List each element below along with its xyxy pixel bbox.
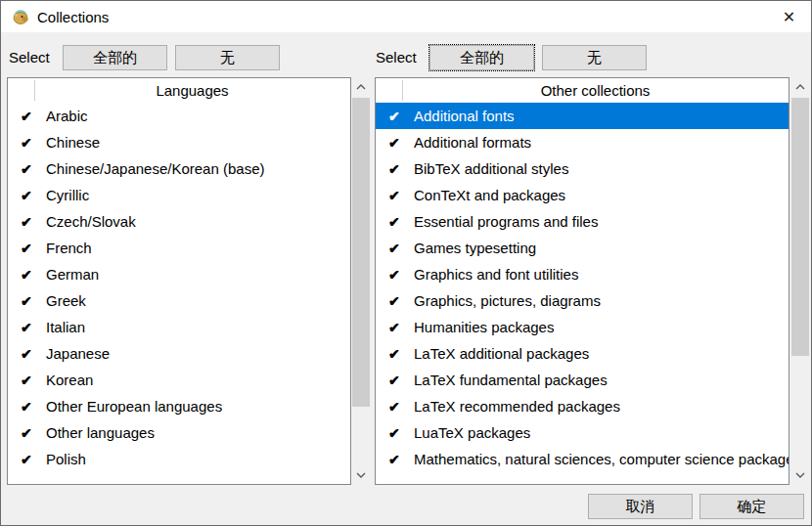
list-item-label: Chinese/Japanese/Korean (base) bbox=[46, 160, 264, 177]
list-item-label: Chinese bbox=[46, 134, 100, 151]
check-icon: ✔ bbox=[376, 135, 414, 151]
list-item-label: LuaTeX packages bbox=[414, 424, 530, 441]
list-item-label: Korean bbox=[46, 372, 93, 388]
other-collections-header[interactable]: Other collections bbox=[376, 78, 789, 103]
list-item[interactable]: ✔Cyrillic bbox=[8, 182, 350, 208]
list-item-label: Arabic bbox=[46, 108, 88, 124]
check-icon: ✔ bbox=[376, 425, 414, 441]
list-item[interactable]: ✔Mathematics, natural sciences, computer… bbox=[376, 446, 789, 472]
check-icon: ✔ bbox=[376, 346, 414, 362]
list-item-label: Greek bbox=[46, 292, 86, 309]
list-item[interactable]: ✔Additional formats bbox=[376, 129, 789, 155]
check-icon: ✔ bbox=[8, 373, 46, 388]
close-button[interactable]: ✕ bbox=[767, 1, 811, 32]
list-item[interactable]: ✔LuaTeX packages bbox=[376, 419, 789, 446]
select-label-left: Select bbox=[9, 49, 50, 66]
collections-scrollbar[interactable] bbox=[790, 77, 810, 485]
list-item-label: Humanities packages bbox=[414, 319, 554, 335]
check-icon: ✔ bbox=[8, 320, 46, 335]
window-title: Collections bbox=[37, 9, 109, 25]
list-item-label: Mathematics, natural sciences, computer … bbox=[414, 451, 789, 467]
check-icon: ✔ bbox=[376, 241, 414, 256]
list-item[interactable]: ✔BibTeX additional styles bbox=[376, 155, 789, 182]
list-item-label: Additional formats bbox=[414, 134, 531, 151]
select-all-languages-button[interactable]: 全部的 bbox=[63, 45, 167, 70]
list-item-label: Essential programs and files bbox=[414, 213, 598, 230]
list-item-label: Czech/Slovak bbox=[46, 213, 136, 230]
list-item[interactable]: ✔Graphics, pictures, diagrams bbox=[376, 287, 789, 314]
title-bar: Collections ✕ bbox=[1, 1, 811, 32]
check-icon: ✔ bbox=[8, 293, 46, 309]
check-icon: ✔ bbox=[376, 214, 414, 230]
check-icon: ✔ bbox=[8, 109, 46, 124]
list-item-label: BibTeX additional styles bbox=[414, 160, 568, 177]
list-item[interactable]: ✔LaTeX fundamental packages bbox=[376, 367, 789, 393]
list-item[interactable]: ✔LaTeX additional packages bbox=[376, 340, 789, 367]
select-none-languages-button[interactable]: 无 bbox=[175, 45, 280, 70]
list-item-label: Games typesetting bbox=[414, 240, 536, 256]
check-icon: ✔ bbox=[8, 214, 46, 230]
languages-header[interactable]: Languages bbox=[8, 78, 350, 103]
list-item-label: ConTeXt and packages bbox=[414, 187, 565, 203]
list-item[interactable]: ✔Other languages bbox=[8, 419, 350, 446]
list-item-label: LaTeX fundamental packages bbox=[414, 372, 608, 388]
list-item[interactable]: ✔Polish bbox=[8, 446, 350, 472]
list-item[interactable]: ✔Czech/Slovak bbox=[8, 208, 350, 235]
list-item[interactable]: ✔Graphics and font utilities bbox=[376, 261, 789, 287]
other-collections-list: ✔Additional fonts✔Additional formats✔Bib… bbox=[376, 103, 789, 472]
list-item[interactable]: ✔Essential programs and files bbox=[376, 208, 789, 235]
list-item[interactable]: ✔Japanese bbox=[8, 340, 350, 367]
list-item[interactable]: ✔Games typesetting bbox=[376, 235, 789, 261]
check-icon: ✔ bbox=[376, 452, 414, 467]
texlive-lion-icon bbox=[12, 8, 29, 25]
ok-button[interactable]: 确定 bbox=[699, 494, 804, 519]
check-icon: ✔ bbox=[376, 399, 414, 415]
list-item[interactable]: ✔German bbox=[8, 261, 350, 287]
list-item[interactable]: ✔Additional fonts bbox=[376, 103, 789, 129]
check-icon: ✔ bbox=[8, 188, 46, 203]
scroll-down-icon[interactable] bbox=[351, 465, 371, 485]
scroll-down-icon[interactable] bbox=[790, 465, 810, 485]
select-all-collections-button[interactable]: 全部的 bbox=[429, 45, 534, 70]
select-none-collections-button[interactable]: 无 bbox=[542, 45, 647, 70]
scroll-up-icon[interactable] bbox=[790, 77, 810, 97]
check-icon: ✔ bbox=[376, 267, 414, 283]
check-icon: ✔ bbox=[376, 293, 414, 309]
cancel-button[interactable]: 取消 bbox=[588, 494, 693, 519]
list-item[interactable]: ✔Greek bbox=[8, 287, 350, 314]
languages-list: ✔Arabic✔Chinese✔Chinese/Japanese/Korean … bbox=[8, 103, 350, 472]
check-icon: ✔ bbox=[8, 161, 46, 177]
check-icon: ✔ bbox=[8, 241, 46, 256]
list-item-label: Polish bbox=[46, 451, 86, 467]
list-item[interactable]: ✔Arabic bbox=[8, 103, 350, 129]
list-item-label: LaTeX recommended packages bbox=[414, 398, 620, 415]
list-item-label: Other European languages bbox=[46, 398, 222, 415]
list-item-label: Cyrillic bbox=[46, 187, 89, 203]
list-item[interactable]: ✔Other European languages bbox=[8, 393, 350, 419]
list-item[interactable]: ✔French bbox=[8, 235, 350, 261]
other-collections-panel: Other collections ✔Additional fonts✔Addi… bbox=[375, 77, 789, 485]
select-label-right: Select bbox=[376, 49, 417, 66]
check-icon: ✔ bbox=[8, 346, 46, 362]
list-item[interactable]: ✔Chinese/Japanese/Korean (base) bbox=[8, 155, 350, 182]
check-icon: ✔ bbox=[376, 188, 414, 203]
check-icon: ✔ bbox=[8, 135, 46, 151]
list-item-label: Graphics and font utilities bbox=[414, 266, 578, 283]
list-item[interactable]: ✔Italian bbox=[8, 314, 350, 340]
check-icon: ✔ bbox=[8, 267, 46, 283]
scrollbar-thumb[interactable] bbox=[791, 98, 809, 356]
languages-scrollbar[interactable] bbox=[351, 77, 371, 485]
collections-dialog: Collections ✕ Select 全部的 无 Select 全部的 无 … bbox=[0, 0, 812, 526]
list-item[interactable]: ✔Korean bbox=[8, 367, 350, 393]
list-item-label: French bbox=[46, 240, 92, 256]
list-item[interactable]: ✔Humanities packages bbox=[376, 314, 789, 340]
check-icon: ✔ bbox=[8, 399, 46, 415]
list-item-label: LaTeX additional packages bbox=[414, 345, 589, 362]
list-item[interactable]: ✔Chinese bbox=[8, 129, 350, 155]
scroll-up-icon[interactable] bbox=[351, 77, 371, 97]
list-item[interactable]: ✔LaTeX recommended packages bbox=[376, 393, 789, 419]
scrollbar-thumb[interactable] bbox=[352, 98, 370, 407]
list-item-label: Additional fonts bbox=[414, 108, 515, 124]
list-item[interactable]: ✔ConTeXt and packages bbox=[376, 182, 789, 208]
list-item-label: Italian bbox=[46, 319, 85, 335]
